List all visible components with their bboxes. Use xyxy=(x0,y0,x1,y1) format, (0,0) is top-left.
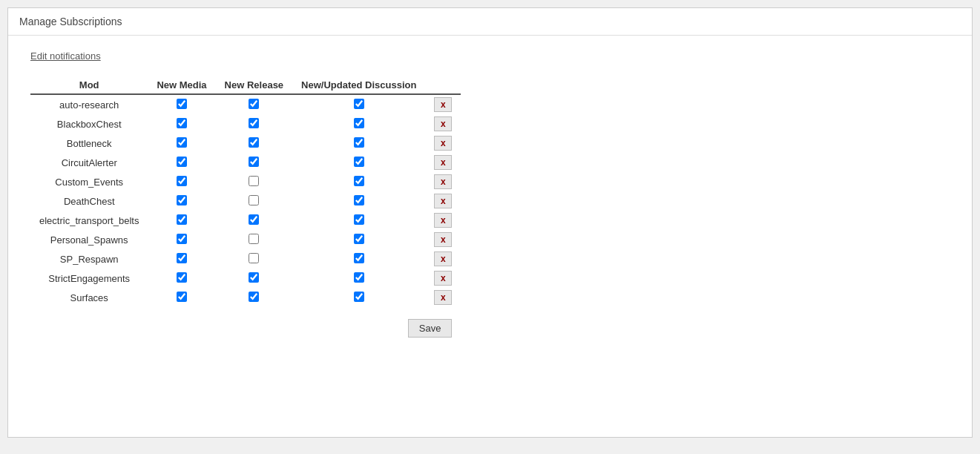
new-release-cell xyxy=(216,230,293,249)
new-release-cell xyxy=(216,114,293,134)
new-release-checkbox[interactable] xyxy=(249,176,259,186)
new-discussion-checkbox[interactable] xyxy=(354,272,364,283)
delete-cell: x xyxy=(425,134,461,153)
delete-button[interactable]: x xyxy=(434,155,452,170)
delete-button[interactable]: x xyxy=(434,213,452,228)
new-media-cell xyxy=(148,114,215,134)
subscriptions-table: Mod New Media New Release New/Updated Di… xyxy=(30,76,461,340)
delete-cell: x xyxy=(425,191,461,211)
delete-cell: x xyxy=(425,211,461,230)
new-media-cell xyxy=(148,172,215,191)
delete-cell: x xyxy=(425,153,461,172)
delete-button[interactable]: x xyxy=(434,271,452,286)
new-release-cell xyxy=(216,94,293,114)
new-release-checkbox[interactable] xyxy=(249,214,259,225)
new-release-checkbox[interactable] xyxy=(249,234,259,244)
new-discussion-checkbox[interactable] xyxy=(354,292,364,302)
new-media-checkbox[interactable] xyxy=(177,214,187,225)
new-discussion-cell xyxy=(292,288,425,307)
new-release-cell xyxy=(216,153,293,172)
mod-name: SP_Respawn xyxy=(30,249,148,269)
table-row: Bottleneckx xyxy=(30,134,461,153)
edit-notifications-link[interactable]: Edit notifications xyxy=(30,50,101,62)
col-header-new-updated-discussion: New/Updated Discussion xyxy=(292,76,425,94)
delete-button[interactable]: x xyxy=(434,232,452,247)
delete-button[interactable]: x xyxy=(434,116,452,131)
new-release-cell xyxy=(216,269,293,288)
mod-name: Personal_Spawns xyxy=(30,230,148,249)
new-release-checkbox[interactable] xyxy=(249,195,259,205)
table-row: SP_Respawnx xyxy=(30,249,461,269)
new-discussion-checkbox[interactable] xyxy=(354,253,364,263)
table-row: auto-researchx xyxy=(30,94,461,114)
new-media-checkbox[interactable] xyxy=(177,234,187,244)
new-release-checkbox[interactable] xyxy=(249,157,259,167)
new-release-cell xyxy=(216,211,293,230)
mod-name: BlackboxChest xyxy=(30,114,148,134)
new-media-checkbox[interactable] xyxy=(177,137,187,148)
new-media-checkbox[interactable] xyxy=(177,253,187,263)
table-row: StrictEngagementsx xyxy=(30,269,461,288)
table-row: electric_transport_beltsx xyxy=(30,211,461,230)
new-release-checkbox[interactable] xyxy=(249,253,259,263)
new-discussion-checkbox[interactable] xyxy=(354,137,364,148)
new-discussion-checkbox[interactable] xyxy=(354,234,364,244)
new-discussion-checkbox[interactable] xyxy=(354,214,364,225)
delete-button[interactable]: x xyxy=(434,174,452,189)
table-row: DeathChestx xyxy=(30,191,461,211)
new-release-checkbox[interactable] xyxy=(249,272,259,283)
new-media-cell xyxy=(148,288,215,307)
mod-name: Surfaces xyxy=(30,288,148,307)
delete-button[interactable]: x xyxy=(434,290,452,305)
new-media-checkbox[interactable] xyxy=(177,195,187,205)
mod-name: CircuitAlerter xyxy=(30,153,148,172)
delete-cell: x xyxy=(425,230,461,249)
content-area: Edit notifications Mod New Media New Rel… xyxy=(8,36,972,355)
mod-name: Bottleneck xyxy=(30,134,148,153)
new-discussion-cell xyxy=(292,134,425,153)
delete-cell: x xyxy=(425,288,461,307)
mod-name: auto-research xyxy=(30,94,148,114)
new-release-cell xyxy=(216,134,293,153)
new-discussion-checkbox[interactable] xyxy=(354,118,364,128)
new-discussion-cell xyxy=(292,114,425,134)
mod-name: DeathChest xyxy=(30,191,148,211)
save-button[interactable]: Save xyxy=(408,319,453,338)
delete-cell: x xyxy=(425,94,461,114)
window-title: Manage Subscriptions xyxy=(8,8,972,36)
new-release-cell xyxy=(216,191,293,211)
delete-button[interactable]: x xyxy=(434,136,452,151)
new-media-checkbox[interactable] xyxy=(177,176,187,186)
delete-button[interactable]: x xyxy=(434,251,452,266)
main-window: Manage Subscriptions Edit notifications … xyxy=(7,7,973,438)
new-release-checkbox[interactable] xyxy=(249,292,259,302)
new-release-cell xyxy=(216,249,293,269)
new-media-checkbox[interactable] xyxy=(177,157,187,167)
col-header-new-release: New Release xyxy=(216,76,293,94)
delete-button[interactable]: x xyxy=(434,194,452,208)
new-release-cell xyxy=(216,172,293,191)
new-media-cell xyxy=(148,94,215,114)
new-media-checkbox[interactable] xyxy=(177,272,187,283)
new-discussion-checkbox[interactable] xyxy=(354,176,364,186)
new-media-cell xyxy=(148,249,215,269)
new-media-checkbox[interactable] xyxy=(177,292,187,302)
delete-cell: x xyxy=(425,249,461,269)
new-media-cell xyxy=(148,269,215,288)
new-media-cell xyxy=(148,153,215,172)
mod-name: Custom_Events xyxy=(30,172,148,191)
mod-name: electric_transport_belts xyxy=(30,211,148,230)
new-discussion-checkbox[interactable] xyxy=(354,99,364,109)
save-cell: Save xyxy=(30,307,461,340)
new-discussion-checkbox[interactable] xyxy=(354,157,364,167)
new-media-cell xyxy=(148,230,215,249)
new-release-checkbox[interactable] xyxy=(249,99,259,109)
new-discussion-checkbox[interactable] xyxy=(354,195,364,205)
new-release-checkbox[interactable] xyxy=(249,118,259,128)
new-release-checkbox[interactable] xyxy=(249,137,259,148)
new-media-cell xyxy=(148,134,215,153)
new-media-checkbox[interactable] xyxy=(177,99,187,109)
delete-button[interactable]: x xyxy=(434,97,452,112)
new-discussion-cell xyxy=(292,249,425,269)
new-media-checkbox[interactable] xyxy=(177,118,187,128)
